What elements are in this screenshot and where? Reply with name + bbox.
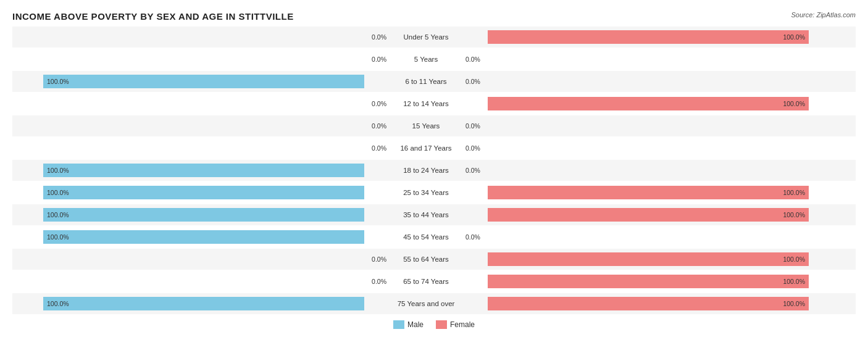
female-bar-label: 100.0% xyxy=(783,211,805,218)
age-label: 35 to 44 Years xyxy=(364,211,488,218)
age-label: Under 5 Years xyxy=(364,33,488,41)
age-label: 55 to 64 Years xyxy=(364,256,488,263)
legend-male-label: Male xyxy=(407,320,424,329)
male-bar-container: 0.0% xyxy=(12,271,364,292)
legend-female-label: Female xyxy=(450,320,475,329)
male-bar: 100.0% xyxy=(43,208,364,222)
male-bar-container: 0.0% xyxy=(12,115,364,136)
chart-row: 0.0%65 to 74 Years100.0% xyxy=(12,271,856,292)
female-bar-container: 100.0% xyxy=(488,249,840,270)
male-bar-container: 0.0% xyxy=(12,49,364,70)
female-bar-container: 0.0% xyxy=(488,138,840,159)
chart-row: 0.0%16 and 17 Years0.0% xyxy=(12,138,856,159)
female-bar-container: 100.0% xyxy=(488,27,840,48)
female-bar-label: 100.0% xyxy=(783,256,805,263)
age-label: 12 to 14 Years xyxy=(364,100,488,107)
legend: Male Female xyxy=(12,320,856,329)
age-label: 65 to 74 Years xyxy=(364,278,488,285)
male-bar: 100.0% xyxy=(43,75,364,88)
male-bar-label: 100.0% xyxy=(47,189,69,196)
source-label: Source: ZipAtlas.com xyxy=(791,11,856,19)
female-bar-container: 100.0% xyxy=(488,293,840,314)
chart-row: 0.0%12 to 14 Years100.0% xyxy=(12,93,856,114)
female-bar-container: 0.0% xyxy=(488,71,840,92)
chart-row: 100.0%25 to 34 Years100.0% xyxy=(12,182,856,203)
female-bar-label: 100.0% xyxy=(783,300,805,307)
chart-row: 100.0%45 to 54 Years0.0% xyxy=(12,227,856,247)
age-label: 25 to 34 Years xyxy=(364,189,488,196)
male-bar: 100.0% xyxy=(43,186,364,199)
female-bar: 100.0% xyxy=(488,252,809,266)
age-label: 18 to 24 Years xyxy=(364,167,488,174)
age-label: 6 to 11 Years xyxy=(364,78,488,85)
chart-row: 0.0%55 to 64 Years100.0% xyxy=(12,249,856,270)
legend-male: Male xyxy=(393,320,424,329)
female-bar-container: 0.0% xyxy=(488,227,840,247)
chart-container: INCOME ABOVE POVERTY BY SEX AND AGE IN S… xyxy=(0,0,868,345)
male-bar-container: 100.0% xyxy=(12,293,364,314)
female-bar-container: 0.0% xyxy=(488,115,840,136)
female-bar-container: 100.0% xyxy=(488,93,840,114)
legend-female-color xyxy=(436,320,447,329)
female-bar-container: 100.0% xyxy=(488,182,840,203)
age-label: 5 Years xyxy=(364,56,488,63)
female-bar: 100.0% xyxy=(488,208,809,222)
male-bar-container: 100.0% xyxy=(12,160,364,181)
chart-row: 100.0%6 to 11 Years0.0% xyxy=(12,71,856,92)
male-bar-container: 100.0% xyxy=(12,71,364,92)
male-bar-label: 100.0% xyxy=(47,233,69,241)
male-bar: 100.0% xyxy=(43,297,364,310)
male-bar-label: 100.0% xyxy=(47,167,69,174)
female-bar: 100.0% xyxy=(488,30,809,44)
female-bar-container: 100.0% xyxy=(488,204,840,225)
chart-row: 100.0%75 Years and over100.0% xyxy=(12,293,856,314)
chart-title: INCOME ABOVE POVERTY BY SEX AND AGE IN S… xyxy=(12,11,856,22)
chart-row: 0.0%5 Years0.0% xyxy=(12,49,856,70)
female-bar-label: 100.0% xyxy=(783,278,805,285)
chart-row: 100.0%35 to 44 Years100.0% xyxy=(12,204,856,225)
female-bar-label: 100.0% xyxy=(783,189,805,196)
male-bar-label: 100.0% xyxy=(47,300,69,307)
chart-area: 0.0%Under 5 Years100.0%0.0%5 Years0.0%10… xyxy=(12,27,856,314)
male-bar: 100.0% xyxy=(43,164,364,177)
age-label: 16 and 17 Years xyxy=(364,144,488,152)
chart-row: 100.0%18 to 24 Years0.0% xyxy=(12,160,856,181)
age-label: 45 to 54 Years xyxy=(364,233,488,241)
female-bar: 100.0% xyxy=(488,97,809,110)
female-bar-container: 100.0% xyxy=(488,271,840,292)
female-bar: 100.0% xyxy=(488,186,809,199)
female-bar: 100.0% xyxy=(488,297,809,310)
legend-male-color xyxy=(393,320,404,329)
female-bar-container: 0.0% xyxy=(488,160,840,181)
female-bar-container: 0.0% xyxy=(488,49,840,70)
male-bar-container: 0.0% xyxy=(12,138,364,159)
female-bar: 100.0% xyxy=(488,275,809,288)
male-bar: 100.0% xyxy=(43,230,364,244)
male-bar-container: 100.0% xyxy=(12,182,364,203)
female-bar-label: 100.0% xyxy=(783,100,805,107)
male-bar-container: 0.0% xyxy=(12,93,364,114)
male-bar-container: 100.0% xyxy=(12,204,364,225)
age-label: 15 Years xyxy=(364,122,488,130)
age-label: 75 Years and over xyxy=(364,300,488,307)
male-bar-container: 0.0% xyxy=(12,249,364,270)
chart-row: 0.0%Under 5 Years100.0% xyxy=(12,27,856,48)
male-bar-label: 100.0% xyxy=(47,211,69,218)
male-bar-container: 0.0% xyxy=(12,27,364,48)
male-bar-container: 100.0% xyxy=(12,227,364,247)
male-bar-label: 100.0% xyxy=(47,78,69,85)
legend-female: Female xyxy=(436,320,475,329)
chart-row: 0.0%15 Years0.0% xyxy=(12,115,856,136)
female-bar-label: 100.0% xyxy=(783,33,805,41)
